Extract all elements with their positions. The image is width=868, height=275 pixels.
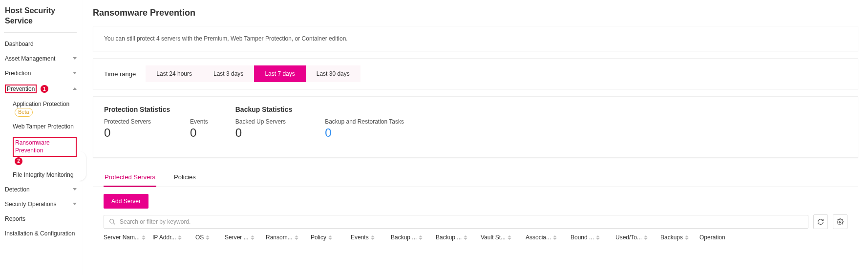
sidebar-item-label: Installation & Configuration <box>5 230 75 237</box>
chevron-up-icon <box>73 87 77 90</box>
sort-icon <box>251 235 254 240</box>
table-column-header[interactable]: IP Addr... <box>152 234 195 241</box>
table-column-header[interactable]: Policy <box>311 234 351 241</box>
sidebar-item-label: Application Protection <box>13 101 69 107</box>
notice-text: You can still protect 4 servers with the… <box>93 26 858 51</box>
sidebar-item-ransomware-prevention[interactable]: Ransomware Prevention 2 <box>4 134 83 169</box>
table-column-header[interactable]: Backups <box>660 234 699 241</box>
time-range-option[interactable]: Last 30 days <box>306 65 360 82</box>
column-label: Server ... <box>225 234 249 241</box>
column-label: Server Nam... <box>104 234 140 241</box>
sort-icon <box>596 235 600 240</box>
stats-row: Protection Statistics Protected Servers … <box>93 97 858 157</box>
sidebar-item-prevention[interactable]: Prevention 1 <box>4 81 83 97</box>
sidebar-item-prediction[interactable]: Prediction <box>4 66 83 81</box>
stat-events: Events 0 <box>190 118 208 140</box>
time-range-option[interactable]: Last 3 days <box>203 65 254 82</box>
sidebar-item-label: Security Operations <box>5 201 56 208</box>
search-input[interactable]: Search or filter by keyword. <box>104 215 808 229</box>
table-column-header[interactable]: OS <box>195 234 225 241</box>
notice-card: You can still protect 4 servers with the… <box>93 26 858 51</box>
gear-icon <box>837 218 844 225</box>
column-label: Backup ... <box>436 234 462 241</box>
sidebar-collapse-handle[interactable] <box>79 151 86 181</box>
add-server-button[interactable]: Add Server <box>104 194 148 209</box>
table-column-header[interactable]: Events <box>351 234 391 241</box>
sort-icon <box>142 235 146 240</box>
app-title: Host Security Service <box>4 6 77 33</box>
sidebar-item-label: Dashboard <box>5 41 34 47</box>
column-label: Operation <box>699 234 725 241</box>
sort-icon <box>464 235 467 240</box>
table-column-header[interactable]: Backup ... <box>391 234 436 241</box>
settings-button[interactable] <box>833 214 847 229</box>
stat-value: 0 <box>190 126 208 140</box>
stat-value-link[interactable]: 0 <box>325 126 404 140</box>
sort-icon <box>508 235 511 240</box>
column-label: Policy <box>311 234 326 241</box>
sort-icon <box>328 235 332 240</box>
chevron-down-icon <box>73 188 77 190</box>
column-label: Backup ... <box>391 234 417 241</box>
sidebar-item-label: Web Tamper Protection <box>13 123 74 130</box>
sidebar-item-dashboard[interactable]: Dashboard <box>4 37 83 51</box>
search-icon <box>109 218 116 225</box>
backup-stats-title: Backup Statistics <box>235 106 404 113</box>
table-column-header[interactable]: Bound ... <box>571 234 615 241</box>
sidebar-item-label: Prevention <box>7 85 35 92</box>
table-header: Server Nam...IP Addr...OSServer ...Ranso… <box>104 234 847 241</box>
callout-badge: 1 <box>41 85 48 93</box>
time-range-card: Time range Last 24 hoursLast 3 daysLast … <box>93 58 858 89</box>
sidebar-item-web-tamper-protection[interactable]: Web Tamper Protection <box>4 120 83 134</box>
sidebar-item-label: Reports <box>5 215 25 222</box>
sidebar-item-security-operations[interactable]: Security Operations <box>4 197 83 212</box>
sidebar-item-asset-management[interactable]: Asset Management <box>4 51 83 66</box>
sort-icon <box>295 235 298 240</box>
column-label: Bound ... <box>571 234 594 241</box>
stat-backed-up-servers: Backed Up Servers 0 <box>235 118 286 140</box>
sidebar-item-installation-configuration[interactable]: Installation & Configuration <box>4 226 83 241</box>
table-column-header[interactable]: Server Nam... <box>104 234 152 241</box>
sidebar: Host Security Service Dashboard Asset Ma… <box>0 0 83 275</box>
page-title: Ransomware Prevention <box>83 0 868 24</box>
table-column-header[interactable]: Server ... <box>225 234 266 241</box>
sort-icon <box>685 235 689 240</box>
time-range-option[interactable]: Last 24 hours <box>146 65 203 82</box>
refresh-button[interactable] <box>813 214 828 229</box>
sort-icon <box>206 235 210 240</box>
tab-protected-servers[interactable]: Protected Servers <box>104 170 156 187</box>
stat-backup-restoration-tasks: Backup and Restoration Tasks 0 <box>325 118 404 140</box>
stats-card: Protection Statistics Protected Servers … <box>93 96 858 158</box>
sidebar-item-label: File Integrity Monitoring <box>13 171 74 178</box>
table-column-header[interactable]: Used/To... <box>615 234 660 241</box>
sort-icon <box>644 235 648 240</box>
time-range-option[interactable]: Last 7 days <box>254 65 305 82</box>
chevron-down-icon <box>73 57 77 60</box>
tabs: Protected Servers Policies <box>93 165 858 187</box>
backup-stats: Backup Statistics Backed Up Servers 0 Ba… <box>235 106 404 140</box>
column-label: Used/To... <box>615 234 642 241</box>
time-range-label: Time range <box>104 70 136 78</box>
tab-policies[interactable]: Policies <box>173 170 197 187</box>
sidebar-item-detection[interactable]: Detection <box>4 182 83 197</box>
stat-value: 0 <box>104 126 151 140</box>
table-column-header[interactable]: Ransom... <box>266 234 311 241</box>
beta-badge: Beta <box>15 108 33 116</box>
stat-value: 0 <box>235 126 286 140</box>
column-label: OS <box>195 234 204 241</box>
protection-stats-title: Protection Statistics <box>104 106 208 113</box>
sidebar-item-label: Prediction <box>5 70 31 77</box>
sidebar-item-reports[interactable]: Reports <box>4 212 83 226</box>
sidebar-item-application-protection[interactable]: Application Protection Beta <box>4 97 83 120</box>
table-column-header[interactable]: Backup ... <box>436 234 481 241</box>
time-range-row: Time range Last 24 hoursLast 3 daysLast … <box>93 59 858 89</box>
table-column-header[interactable]: Associa... <box>526 234 571 241</box>
sidebar-item-file-integrity-monitoring[interactable]: File Integrity Monitoring <box>4 168 83 182</box>
sort-icon <box>371 235 375 240</box>
column-label: Ransom... <box>266 234 293 241</box>
column-label: Backups <box>660 234 683 241</box>
table-column-header[interactable]: Operation <box>699 234 748 241</box>
highlight-box: Prevention <box>5 85 37 93</box>
sidebar-item-label: Ransomware Prevention <box>13 137 77 157</box>
table-column-header[interactable]: Vault St... <box>481 234 526 241</box>
